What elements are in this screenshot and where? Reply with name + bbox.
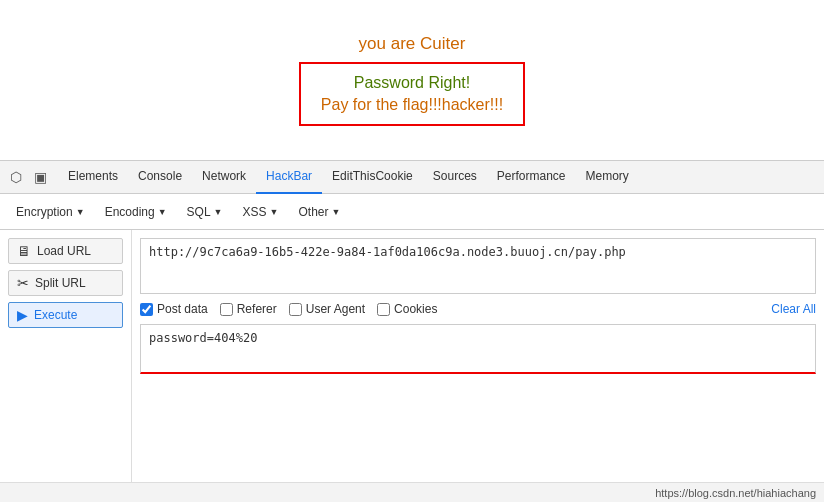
execute-button[interactable]: ▶ Execute (8, 302, 123, 328)
other-arrow-icon: ▼ (331, 207, 340, 217)
password-right-text: Password Right! (321, 74, 503, 92)
tab-network[interactable]: Network (192, 160, 256, 194)
hackbar-panel: 🖥 Load URL ✂ Split URL ▶ Execute Post da… (0, 230, 824, 502)
encryption-arrow-icon: ▼ (76, 207, 85, 217)
tab-elements[interactable]: Elements (58, 160, 128, 194)
sql-btn[interactable]: SQL ▼ (179, 202, 231, 222)
tab-performance[interactable]: Performance (487, 160, 576, 194)
user-agent-checkbox[interactable] (289, 303, 302, 316)
browser-content: you are Cuiter Password Right! Pay for t… (0, 0, 824, 160)
url-input[interactable] (140, 238, 816, 294)
encryption-btn[interactable]: Encryption ▼ (8, 202, 93, 222)
post-data-option[interactable]: Post data (140, 302, 208, 316)
cookies-checkbox[interactable] (377, 303, 390, 316)
clear-all-button[interactable]: Clear All (771, 302, 816, 316)
tab-editthiscookie[interactable]: EditThisCookie (322, 160, 423, 194)
pay-flag-text: Pay for the flag!!!hacker!!! (321, 96, 503, 114)
heading-text: you are Cuiter (359, 34, 466, 54)
inspect-icon[interactable]: ⬡ (4, 165, 28, 189)
load-url-icon: 🖥 (17, 244, 31, 258)
post-data-checkbox[interactable] (140, 303, 153, 316)
split-url-button[interactable]: ✂ Split URL (8, 270, 123, 296)
execute-icon: ▶ (17, 308, 28, 322)
referer-checkbox[interactable] (220, 303, 233, 316)
password-box: Password Right! Pay for the flag!!!hacke… (299, 62, 525, 126)
encoding-arrow-icon: ▼ (158, 207, 167, 217)
devtools-tab-bar: ⬡ ▣ Elements Console Network HackBar Edi… (0, 160, 824, 194)
tab-memory[interactable]: Memory (576, 160, 639, 194)
load-url-button[interactable]: 🖥 Load URL (8, 238, 123, 264)
other-btn[interactable]: Other ▼ (290, 202, 348, 222)
referer-option[interactable]: Referer (220, 302, 277, 316)
device-icon[interactable]: ▣ (28, 165, 52, 189)
status-bar: https://blog.csdn.net/hiahiachang (0, 482, 824, 502)
hackbar-sidebar: 🖥 Load URL ✂ Split URL ▶ Execute (0, 230, 132, 502)
tab-sources[interactable]: Sources (423, 160, 487, 194)
status-url: https://blog.csdn.net/hiahiachang (655, 487, 816, 499)
hackbar-content: Post data Referer User Agent Cookies Cle… (132, 230, 824, 502)
user-agent-option[interactable]: User Agent (289, 302, 365, 316)
xss-arrow-icon: ▼ (270, 207, 279, 217)
devtools-icon-group: ⬡ ▣ (4, 165, 52, 189)
split-url-icon: ✂ (17, 276, 29, 290)
options-row: Post data Referer User Agent Cookies Cle… (140, 302, 816, 316)
encoding-btn[interactable]: Encoding ▼ (97, 202, 175, 222)
post-data-input[interactable] (140, 324, 816, 374)
sql-arrow-icon: ▼ (214, 207, 223, 217)
hackbar-toolbar: Encryption ▼ Encoding ▼ SQL ▼ XSS ▼ Othe… (0, 194, 824, 230)
tab-console[interactable]: Console (128, 160, 192, 194)
tab-hackbar[interactable]: HackBar (256, 160, 322, 194)
xss-btn[interactable]: XSS ▼ (235, 202, 287, 222)
cookies-option[interactable]: Cookies (377, 302, 437, 316)
